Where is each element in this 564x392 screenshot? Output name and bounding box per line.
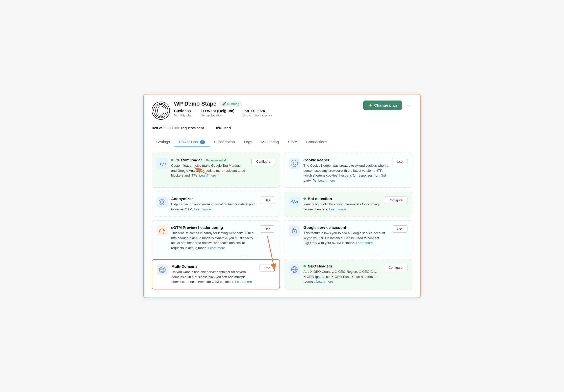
- svg-point-2: [158, 106, 164, 115]
- main-container: WP Demo Stape 🚀 Running Business Monthly…: [143, 94, 421, 298]
- bot-detection-action: Configure: [384, 197, 407, 204]
- header-info: WP Demo Stape 🚀 Running Business Monthly…: [174, 101, 272, 117]
- svg-point-8: [293, 164, 294, 165]
- card-bot-detection: Bot detection Identify bot traffic by ad…: [284, 192, 412, 216]
- status-badge: 🚀 Running: [219, 101, 242, 107]
- powerups-badge: 5: [200, 140, 205, 144]
- svg-point-4: [291, 160, 298, 167]
- google-service-use-button[interactable]: Use: [392, 225, 407, 233]
- svg-point-7: [295, 164, 296, 165]
- requests-sent: 920: [152, 126, 158, 130]
- header-meta: Business Monthly plan EU West (Belgium) …: [174, 109, 272, 117]
- change-plan-button[interactable]: ⚡ Change plan: [363, 101, 402, 110]
- sgtm-preview-desc: This feature comes in handy for testing …: [171, 231, 256, 250]
- sgtm-preview-content: sGTM Preview header config This feature …: [171, 225, 256, 250]
- card-multi-domains: Multi-Domains Do you want to use one ser…: [152, 259, 280, 289]
- more-options-button[interactable]: ···: [405, 101, 412, 110]
- multi-domains-learn-more[interactable]: Learn more: [235, 280, 252, 284]
- custom-loader-icon: </>: [157, 158, 168, 169]
- tab-logs[interactable]: Logs: [239, 137, 257, 147]
- geo-active-indicator: [303, 265, 306, 267]
- plan-label: Business: [174, 109, 193, 113]
- header-left: WP Demo Stape 🚀 Running Business Monthly…: [152, 101, 272, 120]
- geo-headers-desc: Add X-GEO-Country, X-GEO-Region, X-GEO-C…: [303, 269, 380, 284]
- tab-connections[interactable]: Connections: [302, 137, 332, 147]
- custom-loader-configure-button[interactable]: Configure: [251, 158, 275, 165]
- cookie-keeper-action: Use: [392, 158, 407, 165]
- active-indicator: [171, 159, 173, 161]
- anonymizer-learn-more[interactable]: Learn more: [194, 207, 211, 211]
- subscription-sublabel: Subscription expires: [243, 113, 272, 117]
- card-google-service: Google service account This feature allo…: [284, 220, 412, 255]
- header: WP Demo Stape 🚀 Running Business Monthly…: [152, 101, 412, 120]
- anonymizer-title: Anonymizer: [171, 197, 256, 201]
- cookie-keeper-title: Cookie keeper: [303, 158, 389, 162]
- google-service-icon: [289, 225, 300, 236]
- status-icon: 🚀: [222, 102, 226, 106]
- svg-point-11: [297, 201, 298, 203]
- tab-monitoring[interactable]: Monitoring: [257, 137, 284, 147]
- bot-active-indicator: [303, 198, 306, 200]
- tab-settings[interactable]: Settings: [152, 137, 174, 147]
- requests-info: 920 of 5 000 000 requests sent: [152, 126, 204, 130]
- requests-label: requests sent: [181, 126, 204, 130]
- cookie-keeper-learn-more[interactable]: Learn more: [318, 179, 335, 182]
- svg-marker-9: [159, 199, 165, 205]
- svg-text:</>: </>: [159, 161, 166, 166]
- site-name: WP Demo Stape: [174, 101, 216, 107]
- used-info: 0% used: [216, 126, 231, 130]
- card-geo-headers: GEO Headers Add X-GEO-Country, X-GEO-Reg…: [284, 259, 412, 289]
- google-service-desc: This feature allows you to add a Google …: [303, 231, 389, 246]
- requests-section: 920 of 5 000 000 requests sent 0% used: [152, 126, 412, 130]
- cookie-keeper-icon: [289, 158, 300, 169]
- bot-detection-title: Bot detection: [303, 197, 380, 201]
- svg-point-5: [293, 162, 294, 164]
- header-actions: ⚡ Change plan ···: [363, 101, 412, 110]
- custom-loader-desc: Custom loader helps make Google Tag Mana…: [171, 163, 248, 178]
- google-service-action: Use: [392, 225, 407, 233]
- location-info: EU West (Belgium) Server location: [201, 109, 235, 117]
- tab-powerups[interactable]: Power-Ups 5: [174, 137, 209, 147]
- logo-avatar: [152, 102, 170, 120]
- requests-total: 5 000 000: [163, 126, 180, 130]
- multi-domains-action: Use: [260, 264, 275, 272]
- bot-detection-configure-button[interactable]: Configure: [384, 197, 407, 204]
- custom-loader-content: Custom loader Recommended Custom loader …: [171, 158, 248, 178]
- bot-detection-content: Bot detection Identify bot traffic by ad…: [303, 197, 380, 212]
- bot-detection-learn-more[interactable]: Learn more: [329, 207, 346, 211]
- tab-store[interactable]: Store: [284, 137, 302, 147]
- svg-line-13: [164, 231, 164, 233]
- multi-domains-title: Multi-Domains: [171, 264, 256, 268]
- used-pct: 0%: [216, 126, 222, 130]
- recommended-badge: Recommended: [204, 158, 228, 162]
- cookie-keeper-use-button[interactable]: Use: [392, 158, 407, 165]
- anonymizer-action: Use: [260, 197, 275, 204]
- geo-headers-icon: [289, 264, 300, 275]
- tabs-nav: Settings Power-Ups 5 Subscription Logs M…: [152, 137, 412, 147]
- geo-headers-learn-more[interactable]: Learn more: [316, 280, 333, 283]
- svg-point-15: [294, 231, 295, 232]
- geo-headers-configure-button[interactable]: Configure: [384, 264, 407, 271]
- multi-domains-content: Multi-Domains Do you want to use one ser…: [171, 264, 256, 284]
- sgtm-preview-action: Use: [260, 225, 275, 233]
- anonymizer-icon: [157, 197, 168, 208]
- cards-grid: </> Custom loader Recommended Custom loa…: [152, 153, 412, 289]
- geo-headers-action: Configure: [384, 264, 407, 271]
- google-service-learn-more[interactable]: Learn more: [356, 241, 373, 245]
- custom-loader-learn-more[interactable]: Learn more: [199, 174, 216, 177]
- used-label: used: [223, 126, 231, 130]
- anonymizer-desc: Help to pseudo anonymize information bef…: [171, 202, 256, 212]
- multi-domains-use-button[interactable]: Use: [260, 264, 275, 272]
- google-service-content: Google service account This feature allo…: [303, 225, 389, 246]
- bot-detection-icon: [289, 197, 300, 208]
- cookie-keeper-desc: The Cookie Keeper was created to extend …: [303, 163, 389, 183]
- sgtm-preview-learn-more[interactable]: Learn more: [208, 246, 225, 250]
- card-cookie-keeper: Cookie keeper The Cookie Keeper was crea…: [284, 153, 412, 188]
- sgtm-preview-use-button[interactable]: Use: [260, 225, 275, 233]
- location-label: EU West (Belgium): [201, 109, 235, 113]
- anonymizer-use-button[interactable]: Use: [260, 197, 275, 204]
- svg-point-6: [295, 162, 296, 163]
- location-sublabel: Server location: [201, 113, 223, 117]
- tab-subscription[interactable]: Subscription: [210, 137, 240, 147]
- sgtm-preview-icon: [157, 225, 168, 236]
